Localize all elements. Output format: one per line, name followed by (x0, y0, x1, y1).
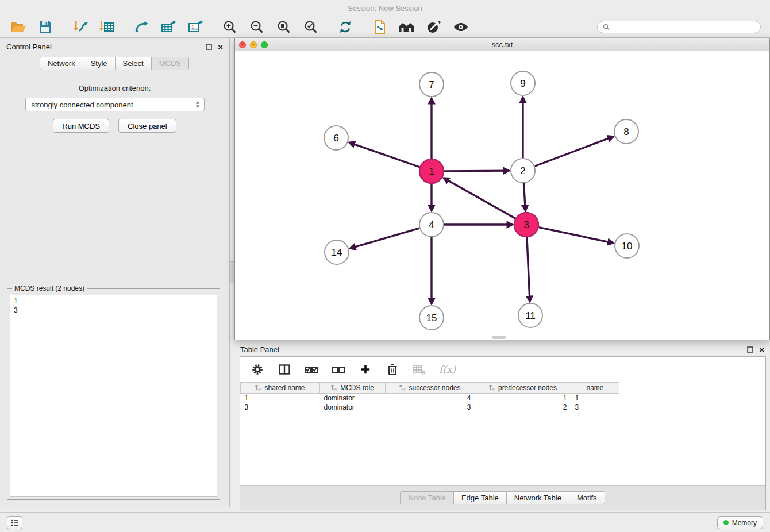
export-network-icon[interactable] (132, 18, 151, 36)
close-panel-button[interactable]: Close panel (118, 119, 176, 133)
memory-button[interactable]: Memory (717, 516, 763, 529)
table-row[interactable]: 3dominator323 (241, 403, 619, 412)
search-box (597, 21, 761, 33)
criterion-select[interactable]: strongly connected component (25, 98, 205, 111)
node-11[interactable]: 11 (518, 303, 542, 327)
network-window: scc.txt × − + 7968124314101511 (234, 38, 770, 340)
table-panel-header: Table Panel × (234, 342, 770, 356)
tab-select[interactable]: Select (115, 57, 152, 70)
node-1[interactable]: 1 (419, 159, 444, 183)
mcds-result-list[interactable]: 1 3 (10, 295, 217, 497)
import-table-icon[interactable] (98, 18, 116, 36)
node-7[interactable]: 7 (419, 72, 444, 97)
table-row[interactable]: 1dominator411 (241, 394, 619, 403)
node-10[interactable]: 10 (615, 234, 639, 258)
table-cell[interactable]: dominator (320, 403, 386, 412)
svg-text:10: 10 (622, 241, 633, 252)
apply-style-icon[interactable] (425, 18, 443, 36)
table-cell[interactable]: dominator (320, 394, 386, 403)
svg-text:1: 1 (429, 166, 434, 177)
zoom-fit-icon[interactable] (275, 18, 293, 36)
mcds-result-title: MCDS result (2 nodes) (12, 284, 87, 292)
copy-network-icon[interactable] (371, 18, 389, 36)
svg-text:14: 14 (332, 247, 342, 258)
table-cell[interactable]: 2 (475, 403, 571, 412)
column-header-shared-name[interactable]: shared name (241, 383, 320, 394)
zoom-selected-icon[interactable] (302, 18, 320, 36)
tab-style[interactable]: Style (83, 57, 116, 70)
table-cell[interactable]: 1 (475, 394, 571, 403)
eye-icon[interactable] (452, 18, 470, 36)
edge-2-8[interactable] (535, 137, 613, 166)
export-image-icon[interactable] (186, 18, 205, 36)
close-panel-icon[interactable]: × (218, 43, 223, 51)
run-mcds-button[interactable]: Run MCDS (53, 119, 109, 133)
tab-mcds[interactable]: MCDS (151, 57, 189, 70)
table-cell[interactable]: 3 (571, 403, 619, 412)
edge-1-2[interactable] (444, 171, 509, 171)
node-3[interactable]: 3 (514, 213, 538, 237)
node-2[interactable]: 2 (511, 159, 535, 183)
column-header-predecessor-nodes[interactable]: predecessor nodes (475, 383, 571, 394)
column-header-successor-nodes[interactable]: successor nodes (386, 383, 475, 394)
zoom-in-icon[interactable] (221, 18, 239, 36)
show-columns-icon[interactable] (277, 362, 292, 377)
gear-icon[interactable] (250, 362, 265, 377)
export-table-icon[interactable] (159, 18, 178, 36)
add-icon[interactable] (358, 362, 373, 377)
node-6[interactable]: 6 (324, 126, 348, 150)
trash-icon[interactable] (385, 362, 400, 377)
close-window-icon[interactable]: × (239, 41, 246, 48)
node-14[interactable]: 14 (325, 240, 349, 264)
float-table-panel-icon[interactable] (747, 346, 753, 353)
edge-3-10[interactable] (539, 228, 613, 243)
edge-3-11[interactable] (527, 237, 530, 301)
import-network-icon[interactable] (71, 18, 89, 36)
tab-network[interactable]: Network (40, 57, 83, 70)
deselect-all-icon[interactable] (331, 362, 346, 377)
node-15[interactable]: 15 (419, 306, 444, 330)
table-cell[interactable]: 3 (241, 403, 320, 412)
memory-status-icon (723, 520, 729, 525)
close-table-panel-icon[interactable]: × (759, 345, 764, 354)
table-cell[interactable]: 1 (571, 394, 619, 403)
node-8[interactable]: 8 (614, 119, 638, 144)
search-icon (603, 24, 610, 30)
edge-3-1[interactable] (444, 178, 515, 218)
node-4[interactable]: 4 (419, 213, 444, 237)
node-9[interactable]: 9 (511, 71, 535, 95)
refresh-icon[interactable] (336, 18, 355, 36)
maximize-window-icon[interactable]: + (261, 41, 268, 48)
sort-icon (255, 385, 261, 391)
column-header-MCDS-role[interactable]: MCDS role (320, 383, 386, 394)
open-file-icon[interactable] (9, 18, 28, 36)
table-cell[interactable]: 1 (241, 394, 320, 403)
svg-text:11: 11 (525, 310, 536, 321)
edge-2-3[interactable] (523, 183, 525, 210)
tab-motifs[interactable]: Motifs (569, 491, 605, 504)
table-cell[interactable]: 4 (386, 394, 475, 403)
float-panel-icon[interactable] (206, 44, 212, 50)
task-list-icon[interactable] (7, 516, 22, 529)
column-header-name[interactable]: name (571, 383, 619, 394)
zoom-out-icon[interactable] (248, 18, 266, 36)
home-icon[interactable] (398, 18, 416, 36)
svg-text:4: 4 (429, 219, 434, 230)
tab-node-table[interactable]: Node Table (400, 491, 454, 504)
horizontal-scrollbar[interactable] (492, 336, 506, 339)
tab-network-table[interactable]: Network Table (506, 491, 569, 504)
network-window-titlebar[interactable]: scc.txt × − + (235, 38, 769, 51)
optimization-criterion-label: Optimization criterion: (0, 84, 229, 92)
save-icon[interactable] (36, 18, 55, 36)
tab-edge-table[interactable]: Edge Table (453, 491, 507, 504)
minimize-window-icon[interactable]: − (250, 41, 257, 48)
select-all-icon[interactable] (304, 362, 319, 377)
table-panel-title: Table Panel (240, 345, 279, 354)
sort-icon (489, 385, 495, 391)
edge-4-14[interactable] (351, 228, 419, 248)
search-input[interactable] (613, 23, 755, 31)
network-canvas[interactable]: 7968124314101511 (235, 51, 769, 340)
table-cell[interactable]: 3 (386, 403, 475, 412)
edge-1-6[interactable] (350, 142, 420, 167)
splitter-handle-vertical[interactable] (230, 261, 234, 283)
